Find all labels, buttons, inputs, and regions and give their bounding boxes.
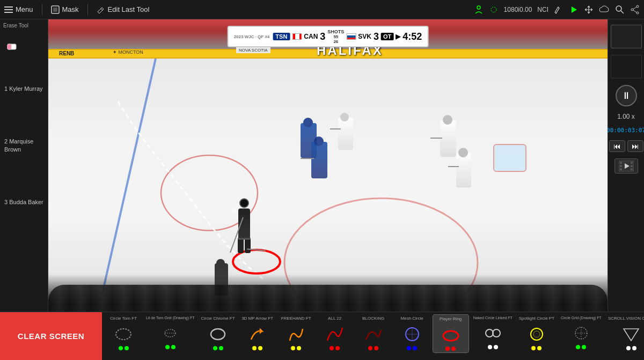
top-toolbar: Menu Mask Edit Last Tool 1080i0.00 NCI xyxy=(0,0,644,19)
tool-dot xyxy=(258,346,262,350)
tool-dot xyxy=(171,345,175,349)
score1: 3 xyxy=(320,31,325,42)
tool-dot xyxy=(582,345,586,349)
svg-rect-2 xyxy=(4,12,13,13)
tool-dot xyxy=(494,345,498,349)
menu-label: Menu xyxy=(16,5,33,13)
tool-dot xyxy=(297,346,301,350)
tool-player-ring[interactable]: Player Ring xyxy=(433,314,469,353)
tool-dot xyxy=(291,346,295,350)
toolbar-right: 1080i0.00 NCI xyxy=(474,5,640,15)
tracking-icon[interactable] xyxy=(474,5,484,15)
tool-circle-torn-ft[interactable]: Circle Torn FT xyxy=(105,314,142,352)
svg-line-5 xyxy=(101,9,103,10)
svg-point-38 xyxy=(443,331,458,341)
tool-dot xyxy=(488,345,492,349)
tool-dot xyxy=(119,346,123,350)
format-display: NCI xyxy=(537,6,548,13)
transport-row: ⏮ ⏭ xyxy=(609,140,643,152)
svg-rect-29 xyxy=(631,168,633,170)
move-icon[interactable] xyxy=(584,5,594,15)
tool-dot xyxy=(451,347,456,351)
cloud-icon[interactable] xyxy=(599,5,610,14)
tool-dot xyxy=(125,346,129,350)
game-time: 4:52 xyxy=(402,31,422,42)
main-player-figure: 97 xyxy=(231,198,258,257)
erase-tool-label: Erase Tool xyxy=(3,23,28,28)
svg-point-31 xyxy=(116,329,131,340)
tool-naked-circle-linked[interactable]: Naked Circle Linked FT xyxy=(471,314,515,351)
tool-dot xyxy=(445,347,450,351)
tool-scroll-vision-cone[interactable]: SCROLL VISION CONE xyxy=(606,314,644,352)
player-figure-3 xyxy=(311,142,327,178)
player-2-label: 2 Marquise Brown xyxy=(4,136,45,154)
tool-dot xyxy=(632,346,636,350)
tool-3d-mp-arrow-ft[interactable]: 3D MP Arrow FT xyxy=(239,314,276,352)
svg-rect-25 xyxy=(620,165,622,167)
tool-spotlight-circle-pt[interactable]: Spotlight Circle PT xyxy=(517,314,557,352)
tool-dot xyxy=(252,346,257,350)
ice-surface: 97 xyxy=(48,59,608,312)
tool-all-22[interactable]: ALL 22 xyxy=(317,314,353,352)
tool-freehand-ft[interactable]: FREEHAND FT xyxy=(278,314,314,352)
team1-label: CAN xyxy=(304,33,318,40)
svg-line-14 xyxy=(633,7,636,9)
period-arrow: ▶ xyxy=(396,33,400,40)
filmstrip-button[interactable] xyxy=(614,159,638,174)
svg-point-43 xyxy=(575,327,587,339)
svg-line-10 xyxy=(621,11,624,13)
tool-mesh-circle[interactable]: Mesh Circle xyxy=(394,314,430,352)
tools-scroll-area: Circle Torn FT Lit de Torn Grid (Drawing… xyxy=(102,312,644,360)
svg-line-18 xyxy=(102,59,156,295)
flag-slovakia xyxy=(346,33,356,40)
rewind-button[interactable]: ⏮ xyxy=(609,140,625,152)
svg-rect-1 xyxy=(4,9,13,10)
video-area: RENB ✦ MONCTON NOVA SCOTIA HALIFAX xyxy=(48,19,608,312)
tool-dot xyxy=(335,346,340,350)
tool-dot xyxy=(368,346,372,350)
player-figure-2 xyxy=(338,118,353,150)
player-figure-5 xyxy=(456,153,471,188)
bottom-toolbar: CLEAR SCREEN Circle Torn FT Lit de Torn … xyxy=(0,312,644,360)
tsn-logo: TSN xyxy=(273,33,290,40)
step-forward-button[interactable]: ⏭ xyxy=(627,140,643,152)
tool-circle-grid-drawing[interactable]: Circle Grid (Drawing) FT xyxy=(559,314,604,351)
tool-circle-chrome-ft[interactable]: Circle Chrome FT xyxy=(199,314,237,352)
edit-last-tool-button[interactable]: Edit Last Tool xyxy=(97,5,150,14)
player-list: 1 Kyler Murray 2 Marquise Brown 3 Budda … xyxy=(3,84,45,207)
mask-button[interactable]: Mask xyxy=(51,5,79,14)
timecode-display: 00:00:03:07 xyxy=(606,127,644,134)
player-3-label: 3 Budda Baker xyxy=(4,197,45,207)
main-area: Erase Tool 1 Kyler Murray 2 Marquise Bro… xyxy=(0,19,644,312)
speed-display: 1.00 x xyxy=(617,113,635,120)
flag-canada xyxy=(292,33,302,40)
team2-label: SVK xyxy=(358,33,371,40)
tool-dot xyxy=(413,346,417,350)
clear-screen-button[interactable]: CLEAR SCREEN xyxy=(0,312,102,360)
search-icon[interactable] xyxy=(615,5,625,15)
pause-button[interactable]: ⏸ xyxy=(616,85,637,106)
eraser-icon[interactable] xyxy=(3,35,23,55)
tool-torn-grid-ft[interactable]: Lit de Torn Grid (Drawing) FT xyxy=(144,314,197,351)
mask-label: Mask xyxy=(62,5,79,13)
mini-thumb-2[interactable] xyxy=(611,55,642,78)
svg-point-34 xyxy=(211,329,225,340)
tool-blocking[interactable]: BLOCKING xyxy=(355,314,392,352)
share-icon[interactable] xyxy=(630,5,640,15)
tool-dot xyxy=(330,346,334,350)
mini-thumb-1[interactable] xyxy=(611,25,642,48)
svg-point-40 xyxy=(493,329,500,337)
svg-point-41 xyxy=(531,328,543,340)
play-icon[interactable] xyxy=(569,5,579,15)
ad-renb: RENB xyxy=(59,51,74,56)
pen-tool-icon[interactable] xyxy=(554,5,564,15)
shots-box: SHOTS 55 26 xyxy=(327,29,344,44)
divider-1 xyxy=(42,4,42,16)
hamburger-menu-button[interactable]: Menu xyxy=(4,5,33,14)
svg-point-11 xyxy=(636,5,639,8)
target-icon[interactable] xyxy=(489,5,499,15)
tool-dot xyxy=(219,346,223,350)
svg-line-15 xyxy=(633,10,636,12)
tool-dot xyxy=(213,346,217,350)
tool-dot xyxy=(531,346,536,350)
